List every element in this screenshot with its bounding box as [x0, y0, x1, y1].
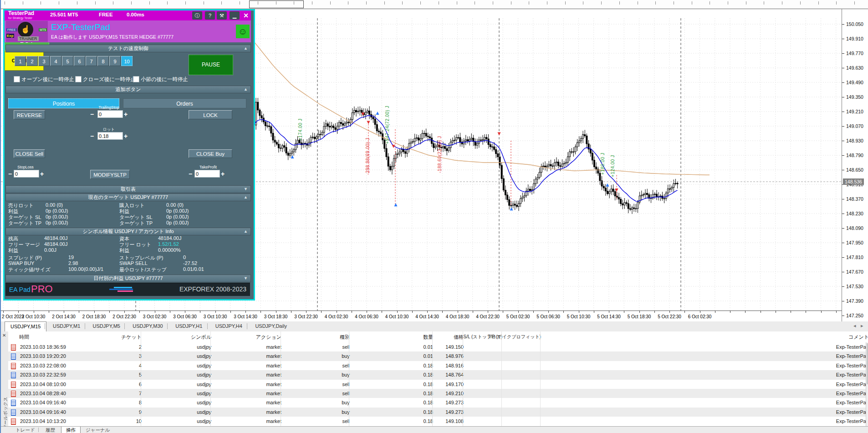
- table-row[interactable]: 2023.10.04 09:16:408usdjpymarketbuy0.181…: [8, 398, 868, 407]
- toolbox-tab-2[interactable]: 操作: [61, 427, 81, 433]
- tab-scroll-right-icon[interactable]: ▸: [861, 323, 863, 329]
- tab-orders[interactable]: Orders: [123, 98, 246, 108]
- close-buy-button[interactable]: CLOSE Buy: [189, 149, 232, 158]
- chart-tab-USDJPY-H1[interactable]: USDJPY,H1: [170, 321, 208, 331]
- toolbox-tab-3[interactable]: ジャーナル: [81, 427, 114, 433]
- toolbox-close-icon[interactable]: ✕: [2, 333, 6, 338]
- chart-viewport-box[interactable]: [249, 0, 304, 8]
- minimize-icon[interactable]: ▁: [230, 11, 240, 20]
- table-row[interactable]: 2023.10.04 09:16:409usdjpymarketbuy0.181…: [8, 408, 868, 417]
- chart-tab-USDJPY-M30[interactable]: USDJPY,M30: [127, 321, 168, 331]
- section-speed-control[interactable]: テストの速度制御 ▲: [5, 45, 251, 52]
- close-icon[interactable]: ✕: [241, 11, 251, 20]
- ruler-tick: [330, 1, 331, 5]
- lot-minus-button[interactable]: −: [90, 132, 94, 140]
- column-header-8[interactable]: T/P (テイクプロフィット): [488, 331, 541, 342]
- table-row[interactable]: 2023.10.04 08:28:407usdjpymarketsell0.18…: [8, 389, 868, 398]
- column-header-0[interactable]: 時間: [19, 331, 29, 342]
- section-current-target[interactable]: 現在のターゲット USDJPY #77777 ▲: [5, 194, 251, 201]
- table-row[interactable]: 2023.10.03 19:20:203usdjpymarketbuy0.011…: [8, 351, 868, 361]
- toolbox-tab-0[interactable]: トレード: [11, 427, 40, 433]
- trailing-plus-button[interactable]: +: [124, 111, 128, 118]
- checkbox[interactable]: [75, 76, 82, 82]
- column-header-1[interactable]: チケット: [121, 331, 142, 342]
- column-header-4[interactable]: 種別: [340, 331, 350, 342]
- section-symbol-info[interactable]: シンボル情報 USDJPY / アカウント Info ▲: [5, 228, 251, 235]
- column-header-5[interactable]: 数量: [423, 331, 433, 342]
- close-sell-button[interactable]: CLOSE Sell: [14, 149, 45, 158]
- collapse-arrow-icon[interactable]: ▼: [244, 275, 248, 282]
- time-axis[interactable]: 2 Oct 20232 Oct 10:302 Oct 14:302 Oct 18…: [1, 311, 842, 322]
- lot-plus-button[interactable]: +: [124, 132, 128, 140]
- collapse-arrow-icon[interactable]: ▲: [244, 194, 248, 201]
- speed-button-8[interactable]: 8: [97, 56, 109, 66]
- smiley-status-icon[interactable]: ☺: [236, 25, 250, 38]
- takeprofit-plus-button[interactable]: +: [221, 170, 225, 178]
- table-row[interactable]: 2023.10.03 22:32:595usdjpymarketbuy0.181…: [8, 370, 868, 379]
- candle-body: [399, 152, 400, 154]
- takeprofit-input[interactable]: [194, 170, 220, 178]
- time-tick: [367, 311, 367, 313]
- chart-tab-USDJPY-Daily[interactable]: USDJPY,Daily: [250, 321, 292, 331]
- speed-button-1[interactable]: 1: [15, 56, 26, 66]
- chart-tab-USDJPY-M15[interactable]: USDJPY,M15: [5, 321, 46, 331]
- lock-button[interactable]: LOCK: [189, 110, 232, 119]
- speed-button-9[interactable]: 9: [109, 56, 121, 66]
- candle-body: [257, 102, 259, 110]
- candle-body: [588, 144, 589, 149]
- trailing-minus-button[interactable]: −: [90, 111, 94, 118]
- table-row[interactable]: 2023.10.04 10:13:2010usdjpymarketsell0.1…: [8, 417, 868, 426]
- column-header-3[interactable]: アクション: [256, 331, 281, 342]
- speed-button-2[interactable]: 2: [26, 56, 38, 66]
- chart-tab-USDJPY-H4[interactable]: USDJPY,H4: [210, 321, 248, 331]
- checkbox[interactable]: [14, 76, 20, 82]
- candle-body: [565, 163, 567, 163]
- section-trade-table[interactable]: 取引表 ▼: [5, 185, 251, 193]
- ruler-tick: [5, 1, 5, 5]
- takeprofit-minus-button[interactable]: −: [189, 170, 192, 178]
- chart-tab-USDJPY-M1[interactable]: USDJPY,M1: [47, 321, 86, 331]
- stoploss-input[interactable]: [14, 170, 39, 178]
- collapse-arrow-icon[interactable]: ▲: [244, 228, 248, 235]
- speed-button-6[interactable]: 6: [74, 56, 85, 66]
- ruler-tick: [529, 1, 529, 5]
- table-row[interactable]: 2023.10.04 08:10:006usdjpymarketsell0.18…: [8, 380, 868, 389]
- collapse-arrow-icon[interactable]: ▼: [244, 186, 248, 193]
- speed-button-7[interactable]: 7: [86, 56, 97, 66]
- speed-button-5[interactable]: 5: [62, 56, 73, 66]
- table-scrollbar[interactable]: [866, 342, 868, 426]
- speed-button-10[interactable]: 10: [121, 56, 133, 66]
- tools-icon[interactable]: ⚒: [217, 11, 227, 20]
- price-tick-label: 149.350: [846, 94, 863, 100]
- stoploss-plus-button[interactable]: +: [40, 170, 44, 178]
- reverse-button[interactable]: REVERSE: [14, 110, 45, 119]
- help-icon[interactable]: ?: [205, 11, 215, 20]
- table-row[interactable]: 2023.10.03 22:08:004usdjpymarketsell0.18…: [8, 361, 868, 370]
- stat-row: ターゲット SL0p (0.00J): [8, 214, 117, 220]
- info-icon[interactable]: ⓘ: [192, 11, 202, 20]
- chart-scroll-ruler[interactable]: [1, 0, 868, 9]
- section-title: 日付別の利益 USDJPY #77777: [93, 275, 163, 281]
- lot-input[interactable]: [97, 132, 123, 140]
- checkbox[interactable]: [133, 76, 139, 82]
- modify-sltp-button[interactable]: MODIFYSLTP: [90, 170, 130, 179]
- trailing-stop-input[interactable]: [97, 110, 123, 118]
- column-header-6[interactable]: 価格: [454, 331, 464, 342]
- speed-button-3[interactable]: 3: [38, 56, 50, 66]
- chart-tab-USDJPY-M5[interactable]: USDJPY,M5: [87, 321, 126, 331]
- pause-button[interactable]: PAUSE: [189, 55, 233, 75]
- speed-button-4[interactable]: 4: [50, 56, 61, 66]
- stoploss-minus-button[interactable]: −: [8, 170, 12, 178]
- collapse-arrow-icon[interactable]: ▲: [244, 86, 248, 93]
- table-row[interactable]: 2023.10.03 18:36:592usdjpymarketsell0.01…: [8, 342, 868, 351]
- section-extra-buttons[interactable]: 追加ボタン ▲: [5, 86, 251, 93]
- price-axis[interactable]: 150.050149.910149.770149.630149.490149.3…: [842, 9, 868, 321]
- candle-body: [656, 194, 657, 197]
- column-header-2[interactable]: シンボル: [191, 331, 211, 342]
- toolbox-tab-1[interactable]: 履歴: [41, 427, 60, 433]
- panel-titlebar[interactable]: TesterPad for Strategy Tester 25.501 MT5…: [5, 10, 251, 20]
- tab-scroll-left-icon[interactable]: ◂: [853, 323, 856, 329]
- column-header-9[interactable]: コメント: [848, 331, 868, 342]
- section-daily-profit[interactable]: 日付別の利益 USDJPY #77777 ▼: [5, 275, 251, 282]
- collapse-arrow-icon[interactable]: ▲: [244, 45, 248, 52]
